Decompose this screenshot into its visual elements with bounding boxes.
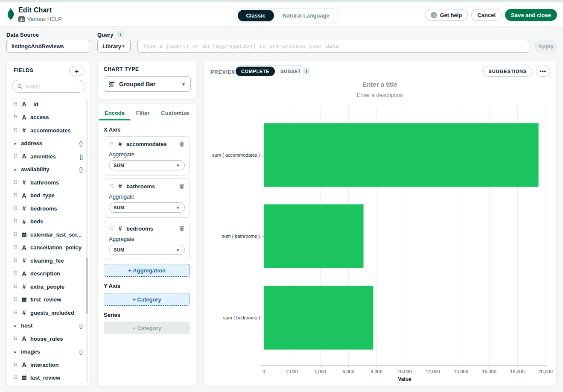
aggregate-select[interactable]: SUM ▼: [109, 160, 185, 170]
field-item[interactable]: ⠿ # bathrooms: [10, 176, 85, 189]
aggregate-label: Aggregate: [109, 151, 185, 158]
field-item[interactable]: ⠿ last_review: [10, 372, 85, 384]
field-list: ⠿ A _id ⠿ A access ⠿ # accommodates ▸ ad…: [10, 98, 85, 383]
aggregate-select[interactable]: SUM ▼: [109, 245, 185, 255]
field-item[interactable]: ⠿ # accommodates: [10, 124, 85, 137]
x-tick-label: 14,000: [454, 369, 468, 374]
get-help-button[interactable]: i Get help: [425, 9, 468, 21]
tab-customize[interactable]: Customize: [160, 104, 190, 120]
chart-title-placeholder[interactable]: Enter a title: [204, 81, 556, 88]
aggregate-label: Aggregate: [109, 236, 185, 242]
delete-field-icon[interactable]: [179, 183, 185, 189]
field-type-icon: #: [21, 218, 27, 225]
y-category-label: sum ( bedrooms ): [196, 315, 260, 320]
field-kind-badge: {}: [79, 166, 83, 173]
search-icon: [17, 84, 23, 89]
field-name: calendar_last_scr...: [30, 231, 82, 238]
y-tick: [262, 318, 264, 318]
field-item[interactable]: ⠿ A description: [10, 267, 85, 281]
preview-complete-button[interactable]: COMPLETE: [236, 67, 275, 76]
plot-area: Value 02,0004,0006,0008,00010,00012,0001…: [264, 106, 545, 366]
drag-handle-icon: ⠿: [13, 232, 18, 237]
more-options-button[interactable]: •••: [536, 66, 550, 77]
encoded-field-name: bedrooms: [126, 225, 153, 232]
field-type-icon: #: [21, 309, 27, 316]
y-tick: [262, 236, 264, 237]
query-library-select[interactable]: Library▼: [97, 40, 131, 53]
grouped-bar-icon: [109, 81, 115, 88]
field-item[interactable]: ⠿ # beds: [10, 215, 85, 228]
drag-handle-icon: ⠿: [13, 206, 18, 211]
field-type-icon: A: [21, 114, 27, 121]
field-item[interactable]: ⠿ # guests_included: [10, 306, 85, 319]
chart-type-select[interactable]: Grouped Bar ▼: [104, 76, 191, 92]
save-and-close-button[interactable]: Save and close: [505, 9, 557, 21]
field-item[interactable]: ▸ address {}: [10, 137, 85, 150]
data-source-label: Data Source: [6, 32, 39, 38]
apply-button[interactable]: Apply: [535, 40, 557, 53]
field-item[interactable]: ⠿ A bed_type: [10, 189, 85, 202]
mongodb-leaf-logo: [6, 8, 15, 21]
cancel-button[interactable]: Cancel: [471, 9, 502, 21]
chart-subtitle: Various HELP: [27, 16, 62, 22]
fields-panel-title: FIELDS: [14, 67, 33, 73]
field-type-icon: A: [21, 153, 27, 160]
query-input[interactable]: Type a {query} or an [aggregation] to pr…: [137, 40, 529, 53]
suggestions-button[interactable]: SUGGESTIONS: [483, 66, 532, 77]
data-source-input[interactable]: listingsAndReviews: [6, 40, 90, 53]
field-type-icon: A: [21, 101, 27, 108]
field-item[interactable]: ⠿ first_review: [10, 293, 85, 307]
tab-encode[interactable]: Encode: [104, 104, 125, 120]
field-kind-badge: {}: [79, 322, 83, 329]
x-tick: [348, 366, 349, 367]
mode-classic-button[interactable]: Classic: [237, 10, 274, 21]
info-icon: i: [431, 12, 437, 18]
preview-subset-button[interactable]: SUBSET: [275, 67, 306, 76]
drag-handle-icon[interactable]: ⠿: [109, 226, 114, 231]
field-item[interactable]: ⠿ calendar_last_scr...: [10, 228, 85, 241]
drag-handle-icon: ⠿: [13, 297, 18, 302]
field-item[interactable]: ⠿ A interaction: [10, 358, 85, 372]
add-aggregation-button[interactable]: + Aggregation: [104, 264, 190, 277]
field-item[interactable]: ▸ availability {}: [10, 163, 85, 176]
field-item[interactable]: ▸ host {}: [10, 319, 85, 333]
mode-natural-language-button[interactable]: Natural Language: [274, 10, 338, 21]
field-item[interactable]: ⠿ A cancellation_policy: [10, 241, 85, 255]
fields-scrollbar-thumb[interactable]: [86, 257, 88, 314]
field-item[interactable]: ⠿ # extra_people: [10, 280, 85, 293]
query-info-icon[interactable]: i: [117, 31, 124, 38]
drag-handle-icon[interactable]: ⠿: [109, 184, 114, 189]
field-item[interactable]: ⠿ A access: [10, 111, 85, 124]
field-name: beds: [30, 218, 43, 225]
preview-info-icon[interactable]: i: [303, 67, 310, 74]
preview-mode-toggle: COMPLETE SUBSET: [234, 65, 308, 77]
aggregate-value: SUM: [114, 205, 124, 210]
field-item[interactable]: ⠿ A _id: [10, 98, 85, 111]
field-item[interactable]: ⠿ # bedrooms: [10, 202, 85, 215]
delete-field-icon[interactable]: [179, 141, 185, 147]
y-axis-add-category-button[interactable]: + Category: [104, 293, 190, 306]
field-item[interactable]: ⠿ A house_rules: [10, 332, 85, 345]
field-type-icon: A: [21, 192, 27, 199]
calendar-icon: [21, 375, 27, 380]
field-type-icon: #: [21, 205, 27, 212]
y-tick: [262, 155, 264, 155]
aggregate-select[interactable]: SUM ▼: [109, 202, 185, 213]
chart-description-placeholder[interactable]: Enter a description: [204, 92, 556, 98]
field-item[interactable]: ⠿ A amenities []: [10, 150, 85, 163]
x-axis-field-card: ⠿ # bathrooms Aggregate SUM ▼: [104, 178, 190, 218]
field-item[interactable]: ⠿ # cleaning_fee: [10, 254, 85, 267]
field-type-icon: A: [21, 270, 27, 277]
field-name: accommodates: [30, 127, 71, 134]
encode-panel: Encode Filter Customize X Axis ⠿ # accom…: [97, 104, 196, 386]
series-add-category-button[interactable]: + Category: [104, 322, 190, 334]
field-item[interactable]: ▸ images {}: [10, 345, 85, 359]
field-kind-badge: []: [80, 153, 83, 160]
drag-handle-icon[interactable]: ⠿: [109, 141, 114, 147]
x-tick: [405, 366, 405, 367]
field-search-input[interactable]: Name: [12, 80, 85, 93]
tab-filter[interactable]: Filter: [135, 104, 151, 120]
delete-field-icon[interactable]: [179, 225, 185, 231]
add-field-button[interactable]: +: [69, 66, 85, 76]
x-tick-label: 4,000: [314, 369, 326, 374]
